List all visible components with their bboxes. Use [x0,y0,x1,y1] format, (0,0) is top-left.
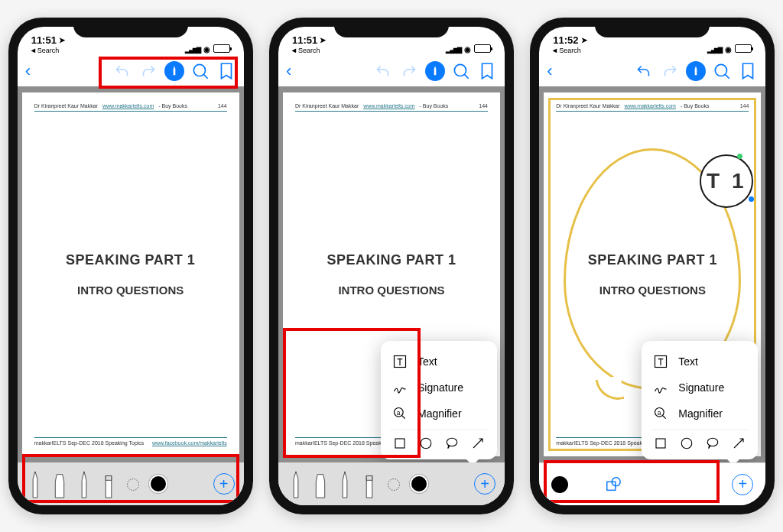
redo-icon[interactable] [660,61,680,81]
lasso-tool[interactable] [125,469,141,499]
shape-rectangle[interactable] [652,435,669,452]
svg-rect-8 [395,439,404,448]
page-heading-1: SPEAKING PART 1 [66,252,195,268]
notch [73,18,188,37]
status-time: 11:51 [292,34,317,46]
notch [334,18,449,37]
cellular-icon [446,43,461,54]
search-icon[interactable] [712,61,732,81]
text-icon [652,353,669,370]
eraser-tool[interactable] [361,469,378,499]
shape-speech-bubble[interactable] [443,435,460,452]
undo-icon[interactable] [112,61,132,81]
popover-item-magnifier[interactable]: a Magnifier [390,401,488,427]
popover-item-signature[interactable]: Signature [651,375,749,401]
bookmark-icon[interactable] [477,61,497,81]
lasso-tool[interactable] [385,469,402,499]
pen-tool[interactable] [27,469,44,499]
page-heading-2: INTRO QUESTIONS [599,284,706,297]
color-picker[interactable] [149,475,167,493]
back-to-search[interactable]: ◂ Search [292,46,326,54]
location-arrow-icon: ➤ [59,36,65,44]
battery-icon [213,44,230,53]
location-arrow-icon: ➤ [320,36,326,44]
undo-icon[interactable] [634,61,654,81]
shape-arrow[interactable] [730,435,747,452]
undo-icon[interactable] [373,61,393,81]
popover-item-text[interactable]: Text [390,349,488,375]
signature-icon [392,379,408,396]
add-annotation-button[interactable]: + [213,473,235,495]
shape-color-picker[interactable] [551,476,568,493]
svg-point-9 [421,438,431,449]
svg-text:a: a [397,409,401,417]
pen-tool[interactable] [288,469,304,499]
page-heading-2: INTRO QUESTIONS [338,284,444,297]
svg-point-0 [193,64,205,76]
document-viewer[interactable]: Dr Kiranpreet Kaur Makkar www.makkarielt… [18,86,244,462]
page-footer: makkarIELTS Sep-DEC 2018 Speaking Topics… [34,437,227,446]
shape-arrow[interactable] [469,435,486,452]
status-time: 11:51 [31,34,57,46]
markup-toolbar: + [278,462,505,505]
shape-style-picker[interactable] [605,476,622,493]
bookmark-icon[interactable] [216,61,236,81]
location-arrow-icon: ➤ [581,36,587,44]
phone-mockup-1: 11:51 ➤ ◂ Search ‹ [8,18,253,514]
wifi-icon [464,43,471,54]
page-heading-1: SPEAKING PART 1 [327,252,456,268]
battery-icon [735,44,752,53]
shape-circle[interactable] [417,435,434,452]
status-time: 11:52 [553,34,578,46]
back-button[interactable]: ‹ [547,61,552,81]
svg-point-20 [708,438,719,446]
magnifier-annotation[interactable]: T 1 [700,154,753,208]
page-heading-1: SPEAKING PART 1 [588,252,717,268]
popover-item-signature[interactable]: Signature [390,375,488,401]
cellular-icon [185,43,200,54]
wifi-icon [725,43,732,54]
popover-item-text[interactable]: Text [651,349,749,375]
screen: 11:51 ➤ ◂ Search ‹ [278,27,505,505]
pencil-tool[interactable] [76,469,93,499]
markup-icon[interactable] [164,61,184,81]
back-to-search[interactable]: ◂ Search [31,46,65,54]
search-icon[interactable] [451,61,471,81]
markup-icon[interactable] [686,61,706,81]
popover-item-magnifier[interactable]: a Magnifier [651,401,749,427]
highlighter-tool[interactable] [51,469,68,499]
add-annotation-button[interactable]: + [732,474,753,495]
redo-icon[interactable] [138,61,158,81]
shape-speech-bubble[interactable] [704,435,721,452]
pencil-tool[interactable] [336,469,353,499]
cellular-icon [707,43,723,54]
add-annotation-button[interactable]: + [474,473,495,495]
redo-icon[interactable] [399,61,419,81]
back-button[interactable]: ‹ [25,61,31,81]
magnifier-icon: a [392,405,408,422]
eraser-tool[interactable] [100,469,117,499]
highlighter-tool[interactable] [312,469,329,499]
document-viewer[interactable]: Dr Kiranpreet Kaur Makkar www.makkarielt… [539,86,765,462]
pdf-page: Dr Kiranpreet Kaur Makkar www.makkarielt… [22,92,239,456]
shape-rectangle[interactable] [392,435,408,452]
bookmark-icon[interactable] [738,61,758,81]
phone-mockup-3: 11:52 ➤ ◂ Search ‹ [530,18,775,514]
screen: 11:51 ➤ ◂ Search ‹ [18,27,244,505]
page-header: Dr Kiranpreet Kaur Makkar www.makkarielt… [34,103,227,112]
svg-rect-18 [656,439,665,448]
text-icon [392,353,408,370]
shape-circle[interactable] [678,435,695,452]
add-annotation-popover: Text Signature a Magnifier [381,341,497,459]
search-icon[interactable] [190,61,210,81]
color-picker[interactable] [410,475,428,493]
top-toolbar: ‹ [18,56,244,86]
document-viewer[interactable]: Dr Kiranpreet Kaur Makkar www.makkarielt… [278,86,505,462]
top-toolbar: ‹ [278,56,505,86]
svg-point-3 [127,479,138,491]
back-to-search[interactable]: ◂ Search [553,46,586,54]
markup-icon[interactable] [425,61,445,81]
svg-text:a: a [658,409,661,417]
shape-toolbar: + [539,462,765,505]
back-button[interactable]: ‹ [286,61,291,81]
